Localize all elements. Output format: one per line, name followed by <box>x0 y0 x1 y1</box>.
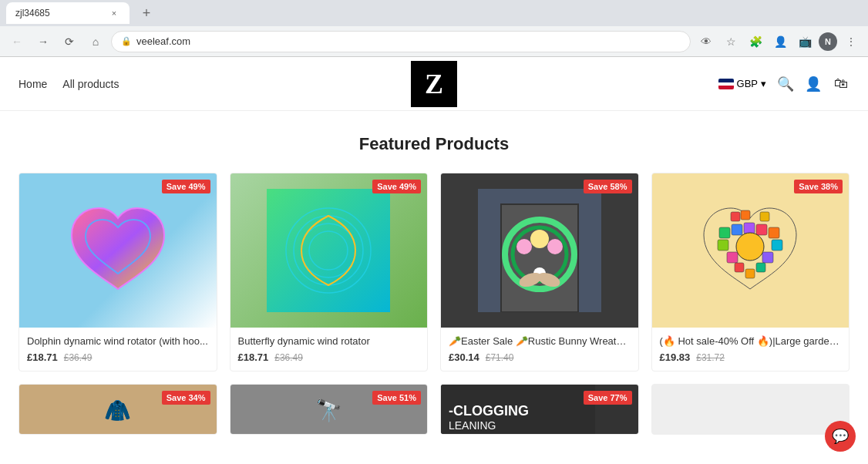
tab-close-button[interactable]: × <box>108 7 120 19</box>
svg-rect-20 <box>732 224 742 235</box>
price-original: £71.40 <box>486 352 514 363</box>
product-card[interactable]: 🔭 Save 51% <box>230 384 429 435</box>
product-card[interactable]: Save 49% Dolphin dynamic wind rotator (w… <box>19 173 217 372</box>
save-badge: Save 77% <box>584 391 632 405</box>
product-image-placeholder <box>441 173 638 328</box>
svg-rect-30 <box>756 263 765 272</box>
product-info: 🥕Easter Sale 🥕Rustic Bunny Wreath|S... £… <box>441 328 638 371</box>
product-prices: £30.14 £71.40 <box>449 351 631 363</box>
product-title: 🥕Easter Sale 🥕Rustic Bunny Wreath|S... <box>449 335 631 347</box>
site-nav: Home All products <box>19 78 119 90</box>
svg-point-24 <box>736 233 764 261</box>
currency-label: GBP <box>737 78 758 89</box>
product-prices: £19.83 £31.72 <box>660 351 842 363</box>
save-badge: Save 58% <box>584 180 632 193</box>
svg-rect-27 <box>727 252 738 263</box>
chat-bubble-button[interactable]: 💬 <box>825 421 856 452</box>
product-info: Butterfly dynamic wind rotator £18.71 £3… <box>230 328 428 371</box>
product-card[interactable]: Save 49% Butterfly dynamic wind rotator … <box>230 173 429 372</box>
svg-rect-22 <box>756 224 767 235</box>
home-button[interactable]: ⌂ <box>85 31 106 52</box>
product-image: Save 38% <box>652 173 849 328</box>
extensions-icon[interactable]: 🧩 <box>745 31 766 52</box>
svg-rect-28 <box>762 252 773 263</box>
nav-home[interactable]: Home <box>19 78 47 90</box>
svg-point-9 <box>516 239 532 254</box>
product-title: Dolphin dynamic wind rotator (with hoo..… <box>27 335 209 347</box>
page-content: Home All products Z GBP ▾ 🔍 👤 🛍 Featured… <box>0 57 868 464</box>
product-card[interactable]: -CLOGGING LEANING Save 77% <box>440 384 639 435</box>
browser-window: zjl34685 × + ← → ⟳ ⌂ 🔒 veeleaf.com 👁 ☆ 🧩… <box>0 0 868 57</box>
profile-switch-icon[interactable]: 👤 <box>769 31 791 52</box>
address-bar[interactable]: 🔒 veeleaf.com <box>111 31 691 52</box>
price-original: £36.49 <box>274 352 303 363</box>
menu-icon[interactable]: ⋮ <box>840 31 862 52</box>
price-current: £18.71 <box>27 351 58 363</box>
account-button[interactable]: 👤 <box>805 76 822 92</box>
save-badge: Save 38% <box>794 180 843 193</box>
price-original: £31.72 <box>696 352 725 363</box>
star-icon[interactable]: ☆ <box>720 31 742 52</box>
nav-all-products[interactable]: All products <box>62 78 119 90</box>
logo-letter: Z <box>425 68 443 100</box>
cart-button[interactable]: 🛍 <box>833 76 849 92</box>
price-current: £19.83 <box>660 351 691 363</box>
svg-rect-25 <box>718 240 728 250</box>
svg-rect-29 <box>735 263 744 272</box>
product-image-placeholder <box>19 173 217 328</box>
forward-button[interactable]: → <box>32 31 54 52</box>
svg-point-11 <box>547 239 563 254</box>
svg-rect-17 <box>741 210 750 220</box>
featured-title: Featured Products <box>19 134 849 154</box>
product-card[interactable]: 🧥 Save 34% <box>19 384 217 435</box>
svg-text:LEANING: LEANING <box>449 419 496 432</box>
logo-box: Z <box>411 61 457 107</box>
svg-rect-26 <box>772 240 782 250</box>
reload-button[interactable]: ⟳ <box>59 31 80 52</box>
svg-rect-16 <box>731 212 740 221</box>
product-image: Save 58% <box>441 173 638 328</box>
price-current: £30.14 <box>449 351 479 363</box>
uk-flag-icon <box>718 79 734 89</box>
svg-rect-19 <box>719 227 730 238</box>
product-image-placeholder <box>230 173 428 328</box>
save-badge: Save 49% <box>372 180 421 193</box>
site-logo[interactable]: Z <box>411 61 457 107</box>
back-button[interactable]: ← <box>6 31 28 52</box>
product-info: (🔥 Hot sale-40% Off 🔥)|Large garden m...… <box>652 328 849 371</box>
product-prices: £18.71 £36.49 <box>238 351 420 363</box>
browser-toolbar: ← → ⟳ ⌂ 🔒 veeleaf.com 👁 ☆ 🧩 👤 📺 N ⋮ <box>0 26 868 57</box>
price-original: £36.49 <box>64 352 93 363</box>
active-tab[interactable]: zjl34685 × <box>6 2 130 24</box>
product-title: (🔥 Hot sale-40% Off 🔥)|Large garden m... <box>660 335 842 347</box>
product-card[interactable] <box>651 384 850 435</box>
product-image: Save 49% <box>19 173 217 328</box>
product-grid-row1: Save 49% Dolphin dynamic wind rotator (w… <box>19 173 849 372</box>
cast-icon[interactable]: 📺 <box>794 31 816 52</box>
currency-selector[interactable]: GBP ▾ <box>718 78 766 89</box>
save-badge: Save 34% <box>162 391 210 405</box>
svg-text:-CLOGGING: -CLOGGING <box>449 403 529 419</box>
search-button[interactable]: 🔍 <box>777 76 794 92</box>
svg-rect-31 <box>745 269 755 278</box>
product-card[interactable]: Save 58% 🥕Easter Sale 🥕Rustic Bunny Wrea… <box>440 173 639 372</box>
product-image: Save 49% <box>230 173 428 328</box>
price-current: £18.71 <box>238 351 269 363</box>
site-header: Home All products Z GBP ▾ 🔍 👤 🛍 <box>0 57 868 111</box>
product-image-placeholder <box>652 173 849 328</box>
svg-rect-18 <box>760 212 769 221</box>
save-badge: Save 51% <box>372 391 421 405</box>
product-prices: £18.71 £36.49 <box>27 351 209 363</box>
product-info: Dolphin dynamic wind rotator (with hoo..… <box>19 328 217 371</box>
tab-bar: zjl34685 × + <box>0 0 868 26</box>
product-title: Butterfly dynamic wind rotator <box>238 335 420 347</box>
product-card[interactable]: Save 38% (🔥 Hot sale-40% Off 🔥)|Large ga… <box>651 173 850 372</box>
toolbar-icons: 👁 ☆ 🧩 👤 📺 N ⋮ <box>695 31 862 52</box>
svg-rect-23 <box>769 227 779 238</box>
url-lock-icon: 🔒 <box>121 36 132 46</box>
eye-icon[interactable]: 👁 <box>695 31 717 52</box>
url-text: veeleaf.com <box>136 35 681 47</box>
currency-chevron-icon: ▾ <box>761 78 766 89</box>
user-profile-icon[interactable]: N <box>819 32 837 51</box>
new-tab-button[interactable]: + <box>136 2 157 24</box>
